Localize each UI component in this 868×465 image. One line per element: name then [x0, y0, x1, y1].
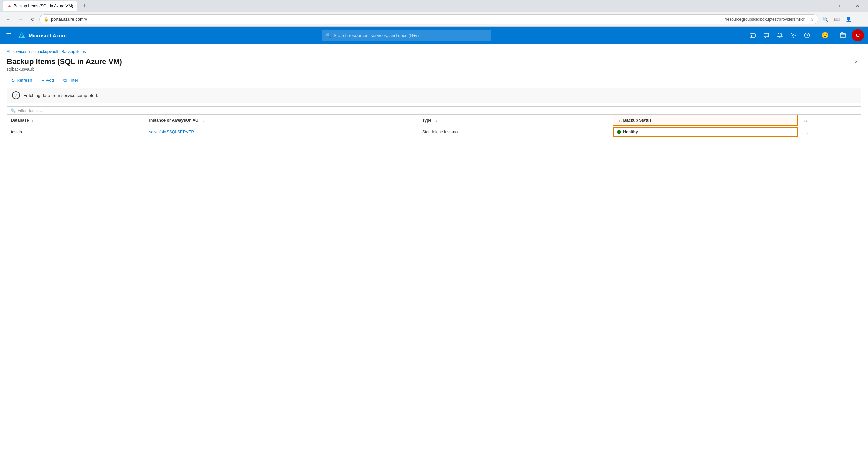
forward-button[interactable]: →	[15, 14, 26, 25]
refresh-button[interactable]: ↻ Refresh	[7, 76, 36, 85]
account-button[interactable]: 👤	[843, 14, 854, 25]
browser-tab-active[interactable]: 🔺 Backup Items (SQL in Azure VM) ✕	[3, 1, 77, 11]
user-avatar[interactable]: C	[852, 29, 864, 41]
col-header-actions: ↑↓	[798, 115, 861, 126]
search-icon: 🔍	[325, 33, 331, 38]
col-header-database[interactable]: Database ↑↓	[7, 115, 145, 126]
browser-toolbar: ← → ↻ 🔒 /resourcegroups/sqlbckuptest/pro…	[0, 12, 868, 26]
table-row: testdb sqlvm1\MSSQLSERVER Standalone Ins…	[7, 126, 861, 138]
azure-search-wrapper: 🔍	[71, 30, 742, 41]
cloud-shell-icon	[750, 32, 756, 38]
sort-icon-instance: ↑↓	[201, 119, 205, 122]
hamburger-menu-button[interactable]: ☰	[4, 30, 14, 40]
search-browser-button[interactable]: 🔍	[820, 14, 831, 25]
breadcrumb-vault[interactable]: sqlbackupvault | Backup items	[31, 49, 86, 54]
filter-label: Filter	[69, 78, 78, 83]
maximize-button[interactable]: □	[833, 0, 848, 12]
col-header-instance[interactable]: Instance or AlwaysOn AG ↑↓	[145, 115, 418, 126]
col-header-backup-status[interactable]: ↑↓ Backup Status	[613, 115, 798, 126]
emoji-button[interactable]: 🙂	[819, 29, 831, 41]
minimize-button[interactable]: ─	[816, 0, 831, 12]
topbar-separator2	[834, 31, 834, 40]
tab-favicon: 🔺	[7, 4, 12, 8]
breadcrumb-separator-2: ›	[88, 50, 89, 54]
content-area: All services › sqlbackupvault | Backup i…	[0, 44, 868, 138]
status-healthy-dot	[617, 130, 621, 134]
topbar-separator	[816, 31, 816, 40]
filter-items-input[interactable]	[18, 108, 857, 113]
filter-bar[interactable]: 🔍	[7, 106, 861, 115]
svg-point-4	[793, 35, 794, 36]
col-header-type[interactable]: Type ↑↓	[418, 115, 613, 126]
refresh-icon: ↻	[11, 78, 15, 83]
sort-icon-type: ↑↓	[434, 119, 438, 122]
sort-icon-database: ↑↓	[32, 119, 35, 122]
svg-point-6	[807, 36, 807, 37]
info-banner: i Fetching data from service completed.	[7, 88, 861, 103]
refresh-browser-button[interactable]: ↻	[27, 14, 38, 25]
table-header: Database ↑↓ Instance or AlwaysOn AG ↑↓ T…	[7, 115, 861, 126]
info-icon: i	[12, 91, 20, 99]
filter-button[interactable]: ⧉ Filter	[59, 76, 82, 85]
notifications-button[interactable]	[774, 29, 786, 41]
url-input[interactable]	[51, 17, 722, 22]
azure-logo-text: Microsoft Azure	[28, 33, 67, 38]
star-icon[interactable]: ☆	[810, 17, 814, 22]
toolbar: ↻ Refresh + Add ⧉ Filter	[7, 72, 861, 88]
page-header: Backup Items (SQL in Azure VM) sqlbackup…	[7, 55, 861, 72]
help-button[interactable]	[801, 29, 813, 41]
tab-title: Backup Items (SQL in Azure VM)	[14, 4, 73, 8]
sort-icon-backup-status: ↑↓	[619, 119, 622, 122]
notifications-icon	[777, 32, 783, 38]
help-icon	[804, 32, 810, 38]
directory-button[interactable]	[837, 29, 849, 41]
tab-close-button[interactable]: ✕	[77, 4, 77, 8]
azure-search-box[interactable]: 🔍	[322, 30, 491, 41]
backup-status-text: Healthy	[623, 130, 638, 134]
cell-database: testdb	[7, 126, 145, 138]
address-bar[interactable]: 🔒 /resourcegroups/sqlbckuptest/providers…	[39, 14, 818, 24]
cell-actions[interactable]: ...	[798, 126, 861, 138]
add-label: Add	[46, 78, 54, 83]
breadcrumb-all-services[interactable]: All services	[7, 49, 27, 54]
cell-type: Standalone Instance	[418, 126, 613, 138]
backup-status-cell: Healthy	[613, 127, 798, 137]
azure-topbar: ☰ Microsoft Azure 🔍	[0, 27, 868, 44]
lock-icon: 🔒	[44, 17, 49, 22]
breadcrumb: All services › sqlbackupvault | Backup i…	[7, 46, 861, 55]
cell-instance: sqlvm1\MSSQLSERVER	[145, 126, 418, 138]
azure-search-input[interactable]	[334, 33, 488, 38]
svg-rect-7	[840, 34, 846, 37]
cloud-shell-button[interactable]	[747, 29, 759, 41]
directory-icon	[840, 32, 846, 38]
sort-icon-actions: ↑↓	[804, 119, 807, 122]
azure-topbar-icons: 🙂 C	[747, 29, 864, 41]
close-window-button[interactable]: ✕	[850, 0, 865, 12]
refresh-label: Refresh	[17, 78, 32, 83]
reading-mode-button[interactable]: 📖	[831, 14, 842, 25]
more-options-button[interactable]: ...	[802, 129, 808, 135]
banner-message: Fetching data from service completed.	[23, 93, 98, 98]
settings-button[interactable]	[787, 29, 799, 41]
add-button[interactable]: + Add	[38, 76, 58, 85]
instance-link[interactable]: sqlvm1\MSSQLSERVER	[149, 130, 194, 134]
browser-toolbar-icons: 🔍 📖 👤 ⋮	[820, 14, 865, 25]
more-browser-button[interactable]: ⋮	[854, 14, 865, 25]
azure-logo: Microsoft Azure	[18, 31, 67, 39]
filter-icon: ⧉	[63, 77, 67, 83]
data-table: Database ↑↓ Instance or AlwaysOn AG ↑↓ T…	[7, 115, 861, 138]
new-tab-button[interactable]: +	[80, 1, 90, 11]
feedback-icon	[763, 32, 769, 38]
panel-close-button[interactable]: ×	[852, 57, 861, 67]
back-button[interactable]: ←	[3, 14, 14, 25]
table-header-row: Database ↑↓ Instance or AlwaysOn AG ↑↓ T…	[7, 115, 861, 126]
add-icon: +	[42, 78, 44, 83]
page-title: Backup Items (SQL in Azure VM)	[7, 57, 122, 66]
settings-icon	[790, 32, 796, 38]
filter-search-icon: 🔍	[11, 108, 16, 113]
browser-titlebar: 🔺 Backup Items (SQL in Azure VM) ✕ + ─ □…	[0, 0, 868, 12]
url-right-text: /resourcegroups/sqlbckuptest/providers/M…	[725, 17, 808, 22]
page-header-left: Backup Items (SQL in Azure VM) sqlbackup…	[7, 57, 122, 72]
cell-backup-status: Healthy	[613, 126, 798, 138]
feedback-button[interactable]	[760, 29, 772, 41]
